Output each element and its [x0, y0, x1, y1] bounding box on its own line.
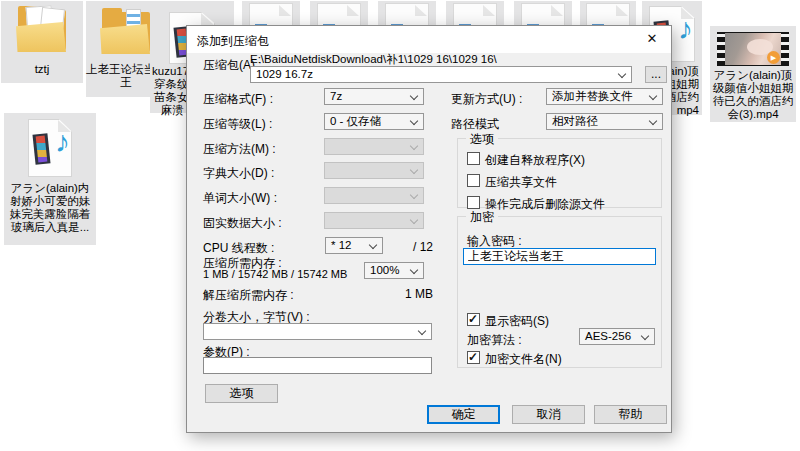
dialog-title: 添加到压缩包 [197, 33, 269, 50]
icon-label: アラン(alain)顶 [710, 69, 796, 82]
archive-name-combobox[interactable]: 1029 16.7z [250, 66, 632, 83]
memory-percent-select[interactable]: 100% [364, 262, 424, 279]
video-thumbnail-icon: ▶ [717, 32, 789, 66]
chevron-down-icon [641, 332, 649, 340]
cancel-button[interactable]: 取消 [512, 405, 585, 424]
icon-label: 射娇小可爱的妹 [4, 195, 96, 208]
delete-after-checkbox[interactable] [467, 196, 480, 209]
desktop-icon-hidden[interactable] [378, 1, 436, 27]
format-select[interactable]: 7z [324, 88, 424, 105]
icon-label: tztj [1, 63, 83, 76]
compress-shared-checkbox[interactable] [467, 174, 480, 187]
memory-usage-detail: 1 MB / 15742 MB / 15742 MB [203, 268, 347, 280]
chevron-down-icon [649, 92, 657, 100]
encrypt-filenames-checkbox[interactable] [467, 351, 480, 364]
icon-label: 妹完美露脸隔着 [4, 208, 96, 221]
create-sfx-label: 创建自释放程序(X) [485, 152, 585, 169]
desktop-icon-hidden[interactable] [242, 1, 300, 27]
update-mode-label: 更新方式(U) : [451, 91, 522, 108]
chevron-down-icon [410, 142, 418, 150]
archive-path-text: E:\BaiduNetdiskDownload\补1\1029 16\1029 … [250, 52, 497, 67]
chevron-down-icon [649, 117, 657, 125]
icon-label: ain)顶 [668, 65, 699, 78]
delete-after-label: 操作完成后删除源文件 [485, 196, 605, 213]
level-select[interactable]: 0 - 仅存储 [324, 113, 424, 130]
method-label: 压缩方法(M) : [203, 141, 276, 158]
encryption-method-label: 加密算法 : [467, 332, 522, 349]
encryption-group-title: 加密 [466, 209, 498, 226]
volume-size-combobox[interactable] [203, 323, 432, 340]
desktop-icon-hidden[interactable] [514, 1, 572, 27]
browse-button[interactable]: ... [645, 66, 667, 83]
chevron-down-icon [410, 216, 418, 224]
folder-icon [16, 5, 68, 53]
dialog-titlebar[interactable]: 添加到压缩包 ✕ [187, 26, 671, 53]
desktop-icon-alain-inner[interactable]: ♪ アラン(alain)内 射娇小可爱的妹 妹完美露脸隔着 玻璃后入真是... [4, 113, 96, 245]
dictionary-select [324, 162, 424, 179]
music-note-icon: ♪ [55, 125, 70, 159]
music-note-icon: ♪ [678, 12, 693, 46]
password-input[interactable] [463, 248, 656, 265]
cpu-threads-max: / 12 [391, 240, 433, 254]
chevron-down-icon [410, 117, 418, 125]
word-size-label: 单词大小(W) : [203, 190, 277, 207]
level-label: 压缩等级(L) : [203, 116, 272, 133]
icon-label: 会(3).mp4 [710, 108, 796, 121]
compress-shared-label: 压缩共享文件 [485, 174, 557, 191]
icon-label: 级颜值小姐姐期 [710, 82, 796, 95]
encryption-method-select[interactable]: AES-256 [579, 328, 655, 345]
chevron-down-icon [410, 166, 418, 174]
folder-with-document-icon [100, 7, 152, 55]
icon-label: mp4 [677, 104, 699, 117]
solid-size-label: 固实数据大小 : [203, 215, 282, 232]
dictionary-label: 字典大小(D) : [203, 165, 274, 182]
show-password-checkbox[interactable] [467, 313, 480, 326]
options-button[interactable]: 选项 [205, 384, 278, 403]
parameters-input[interactable] [203, 357, 432, 374]
chevron-down-icon [618, 70, 626, 78]
chevron-down-icon [410, 92, 418, 100]
create-sfx-checkbox[interactable] [467, 152, 480, 165]
solid-size-select [324, 212, 424, 229]
add-to-archive-dialog: 添加到压缩包 ✕ 压缩包(A) : E:\BaiduNetdiskDownloa… [186, 25, 672, 433]
chevron-down-icon [418, 327, 426, 335]
help-button[interactable]: 帮助 [594, 405, 667, 424]
ok-button[interactable]: 确定 [427, 405, 500, 424]
play-badge-icon: ▶ [767, 51, 780, 64]
method-select [324, 138, 424, 155]
desktop-icon-tztj[interactable]: tztj [1, 1, 83, 83]
chevron-down-icon [410, 191, 418, 199]
desktop-icon-hidden[interactable] [580, 1, 636, 27]
media-file-icon: ♪ [28, 119, 72, 177]
decompress-memory-value: 1 MB [377, 287, 433, 301]
word-size-select [324, 187, 424, 204]
desktop-icon-video3[interactable]: ▶ アラン(alain)顶 级颜值小姐姐期 待已久的酒店约 会(3).mp4 [710, 26, 796, 122]
format-label: 压缩格式(F) : [203, 91, 273, 108]
show-password-label: 显示密码(S) [485, 313, 549, 330]
path-mode-select[interactable]: 相对路径 [546, 113, 663, 130]
chevron-down-icon [369, 241, 377, 249]
icon-label: 玻璃后入真是... [4, 221, 96, 234]
close-icon[interactable]: ✕ [636, 27, 668, 51]
icon-label: アラン(alain)内 [4, 182, 96, 195]
options-group-title: 选项 [466, 131, 498, 148]
update-mode-select[interactable]: 添加并替换文件 [546, 88, 663, 105]
icon-label: 待已久的酒店约 [710, 95, 796, 108]
desktop-icon-hidden[interactable] [446, 1, 504, 27]
desktop-icon-hidden[interactable] [310, 1, 368, 27]
cpu-threads-select[interactable]: * 12 [325, 237, 383, 254]
encrypt-filenames-label: 加密文件名(N) [485, 351, 562, 368]
decompress-memory-label: 解压缩所需内存 : [203, 287, 294, 304]
chevron-down-icon [410, 266, 418, 274]
